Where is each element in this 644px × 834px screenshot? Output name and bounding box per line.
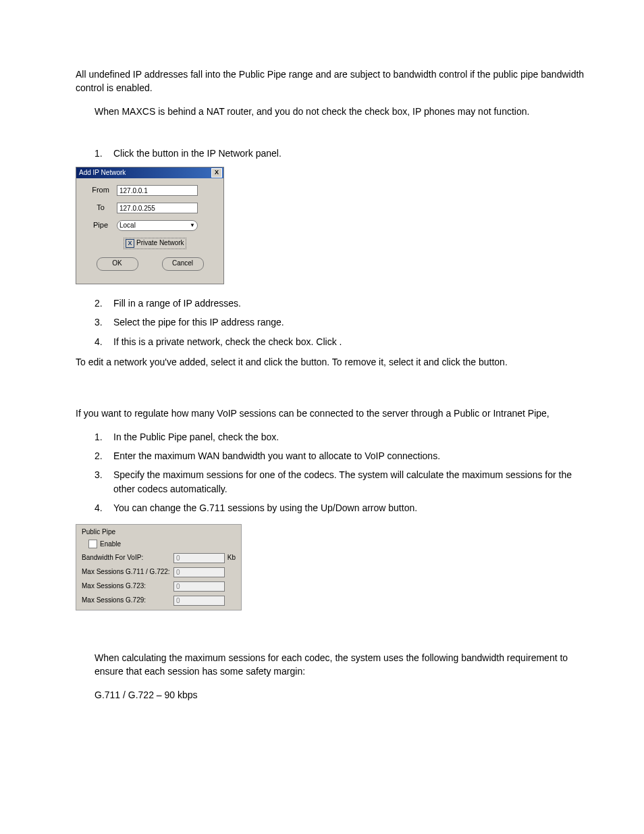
from-label: From [84,185,117,196]
list-text: Fill in a range of IP addresses. [113,296,241,310]
public-pipe-panel: Public Pipe Enable Bandwidth For VoIP: K… [76,524,242,610]
cancel-button[interactable]: Cancel [162,257,204,271]
list-number: 2. [95,296,113,310]
g711-spec: G.711 / G.722 – 90 kbps [76,688,590,702]
from-input[interactable] [117,185,198,196]
add-network-steps: 1. Click the button in the IP Network pa… [76,147,590,160]
g723-input[interactable] [173,581,225,592]
list-number: 1. [95,147,113,160]
checkbox-box [88,540,97,548]
list-text: Enter the maximum WAN bandwidth you want… [113,449,440,463]
ok-button[interactable]: OK [97,257,138,271]
list-text: If this is a private network, check the … [113,335,342,348]
to-input[interactable] [117,203,198,213]
pipe-value: Local [119,221,136,231]
add-network-steps-cont: 2. Fill in a range of IP addresses. 3. S… [76,296,590,348]
g729-input[interactable] [173,596,225,606]
checkbox-label: Private Network [136,238,184,249]
calc-note: When calculating the maximum sessions fo… [76,651,590,679]
kb-unit: Kb [225,553,236,563]
dialog-titlebar: Add IP Network X [76,167,223,178]
enable-label: Enable [100,540,121,550]
list-number: 2. [95,449,113,463]
private-network-checkbox[interactable]: X Private Network [124,238,186,249]
g711-input[interactable] [173,567,225,577]
public-pipe-group-label: Public Pipe [82,527,236,538]
intro-paragraph: All undefined IP addresses fall into the… [76,68,590,95]
checkbox-box: X [126,239,134,248]
edit-remove-note: To edit a network you've added, select i… [76,355,590,369]
pipe-dropdown[interactable]: Local ▼ [117,220,198,231]
list-number: 1. [95,430,113,444]
list-text: Specify the maximum sessions for one of … [113,468,590,496]
to-label: To [84,203,117,213]
g723-label: Max Sessions G.723: [82,581,146,592]
list-number: 3. [95,315,113,329]
enable-checkbox[interactable]: Enable [88,540,236,550]
list-text: In the Public Pipe panel, check the box. [113,430,279,444]
chevron-down-icon: ▼ [190,221,195,230]
dialog-title: Add IP Network [79,168,126,178]
list-text: Click the button in the IP Network panel… [113,147,281,160]
list-text: You can change the G.711 sessions by usi… [113,501,417,515]
g711-label: Max Sessions G.711 / G.722: [82,567,170,577]
nat-note: When MAXCS is behind a NAT router, and y… [76,105,590,118]
g729-label: Max Sessions G.729: [82,596,146,606]
bandwidth-intro: If you want to regulate how many VoIP se… [76,407,590,420]
list-number: 4. [95,501,113,515]
list-number: 4. [95,335,113,348]
document-page: All undefined IP addresses fall into the… [0,0,644,834]
pipe-label: Pipe [84,220,117,231]
bandwidth-steps: 1. In the Public Pipe panel, check the b… [76,430,590,515]
add-ip-network-dialog: Add IP Network X From To Pipe Local ▼ X [76,167,224,284]
list-text: Select the pipe for this IP address rang… [113,315,284,329]
bandwidth-input[interactable] [173,553,225,563]
close-icon[interactable]: X [211,168,222,178]
list-number: 3. [95,468,113,496]
bandwidth-label: Bandwidth For VoIP: [82,553,143,563]
